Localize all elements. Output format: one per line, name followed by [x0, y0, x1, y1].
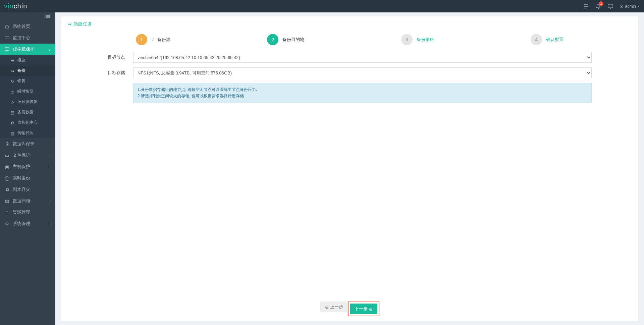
monitor-nav-icon: [5, 36, 9, 40]
target-node-select[interactable]: vinchin6542(192.168.65.42 10.10.65.42 20…: [133, 52, 592, 63]
sidebar-toggle-button[interactable]: [44, 14, 51, 20]
footer-buttons: ⊕ 上一步 下一步 ⊕: [67, 295, 632, 316]
copy-icon: ⧉: [5, 187, 9, 192]
chevron-down-icon: ⌄: [48, 48, 51, 51]
form-row-target-storage: 目标存储 NFS1(NFS, 总容量:3.94TB, 可用空间:575.06GB…: [108, 67, 592, 78]
nav-system[interactable]: ⚙ 系统管理 ‹: [0, 218, 55, 229]
display-icon: [5, 47, 9, 52]
sub-label: 备份: [17, 68, 25, 73]
sub-proxy[interactable]: ▥ 传输代理: [0, 128, 55, 138]
step-number: 2: [267, 34, 278, 45]
nav-db-protect[interactable]: 🗄 数据库保护 ‹: [0, 138, 55, 150]
sub-label: 虚拟化中心: [17, 120, 38, 125]
step-label: 备份目的地: [282, 37, 304, 43]
step-label: 确认配置: [546, 37, 564, 43]
chevron-down-icon: [637, 5, 640, 8]
database-icon: ▤: [11, 110, 15, 114]
sub-overview[interactable]: ☰ 概览: [0, 55, 55, 65]
chevron-left-icon: ‹: [50, 199, 51, 203]
info-line: 1.备份数据存储目的地节点, 选择空闲节点可以缓解主节点备份压力.: [138, 87, 587, 93]
next-label: 下一步: [355, 306, 368, 312]
chevron-left-icon: ‹: [50, 154, 51, 157]
main-content: ↪ 新建任务 1 ✓ 备份源 2 备份目的地 3 备份策略: [55, 12, 644, 325]
logo: vinchin: [4, 2, 27, 10]
wizard-steps: 1 ✓ 备份源 2 备份目的地 3 备份策略 4 确认配置: [67, 31, 632, 52]
target-node-label: 目标节点: [108, 54, 133, 60]
nav-label: 主机保护: [13, 164, 30, 170]
chart-icon: ⫯: [5, 210, 9, 215]
user-dropdown[interactable]: admin: [620, 4, 640, 9]
step-number: 3: [401, 34, 413, 45]
step-number: 1: [136, 34, 147, 45]
step-number: 4: [531, 34, 542, 45]
sub-label: 细粒度恢复: [17, 99, 38, 105]
sub-backup[interactable]: ↪ 备份: [0, 65, 55, 76]
nav-label: 虚拟机保护: [13, 46, 35, 52]
panel-title-text: 新建任务: [73, 21, 92, 27]
form-row-target-node: 目标节点 vinchin6542(192.168.65.42 10.10.65.…: [108, 52, 592, 63]
arrow-left-icon: ⊕: [325, 305, 329, 310]
nav-vm-protect[interactable]: 虚拟机保护 ⌄: [0, 44, 55, 55]
bell-icon[interactable]: 1: [595, 3, 601, 9]
nav-file-protect[interactable]: ▭ 文件保护 ‹: [0, 150, 55, 161]
nav-label: 监控中心: [13, 35, 30, 41]
nav-label: 系统管理: [13, 221, 30, 227]
sub-instant[interactable]: ◷ 瞬时恢复: [0, 86, 55, 97]
gear-icon: ✿: [11, 121, 15, 125]
sub-granular[interactable]: ◇ 细粒度恢复: [0, 97, 55, 107]
check-icon: ✓: [151, 37, 155, 42]
info-line: 2.请选择剩余空间较大的存储, 也可以根据需求选择特定存储.: [138, 93, 587, 99]
list-icon[interactable]: [583, 3, 589, 9]
topbar-right: 1 admin: [583, 3, 640, 9]
username: admin: [625, 4, 636, 9]
nav-resource[interactable]: ⫯ 资源管理 ‹: [0, 207, 55, 218]
step-label: 备份源: [157, 37, 170, 43]
archive-icon: ▤: [5, 199, 9, 203]
next-button[interactable]: 下一步 ⊕: [350, 304, 377, 314]
target-storage-select[interactable]: NFS1(NFS, 总容量:3.94TB, 可用空间:575.06GB): [133, 67, 592, 78]
prev-label: 上一步: [330, 304, 343, 310]
chevron-left-icon: ‹: [50, 36, 51, 40]
sub-label: 概览: [17, 57, 25, 63]
nav-label: 数据库保护: [13, 141, 35, 147]
step-3[interactable]: 3 备份策略: [401, 34, 434, 45]
chevron-left-icon: ‹: [50, 142, 51, 146]
nav-archive[interactable]: ▤ 数据归档 ‹: [0, 195, 55, 207]
chevron-left-icon: ‹: [50, 211, 51, 214]
clock-icon: ◷: [11, 90, 15, 94]
svg-rect-3: [608, 4, 613, 8]
shield-icon: ◯: [5, 176, 9, 180]
sidebar-toggle-area: [0, 12, 55, 21]
sub-restore[interactable]: ↻ 恢复: [0, 76, 55, 86]
nav-label: 实时备份: [13, 175, 30, 181]
arrow-right-icon: ⊕: [369, 307, 373, 312]
nav-replica[interactable]: ⧉ 副本容灾 ‹: [0, 184, 55, 195]
prev-button[interactable]: ⊕ 上一步: [320, 302, 348, 312]
step-label: 备份策略: [417, 37, 434, 43]
nav-home[interactable]: 系统首页: [0, 21, 55, 32]
step-4[interactable]: 4 确认配置: [531, 34, 564, 45]
chevron-left-icon: ‹: [50, 222, 51, 226]
step-1[interactable]: 1 ✓ 备份源: [136, 34, 170, 45]
sub-label: 瞬时恢复: [17, 89, 34, 94]
chevron-left-icon: ‹: [50, 188, 51, 192]
step-2[interactable]: 2 备份目的地: [267, 34, 304, 45]
monitor-icon[interactable]: [607, 3, 613, 9]
gear-icon: ⚙: [5, 221, 9, 226]
svg-rect-7: [5, 48, 9, 50]
sub-virt-center[interactable]: ✿ 虚拟化中心: [0, 117, 55, 128]
nav-monitor[interactable]: 监控中心 ‹: [0, 32, 55, 44]
sub-label: 备份数据: [17, 109, 34, 115]
nav-host-protect[interactable]: ▣ 主机保护 ‹: [0, 161, 55, 172]
highlight-next: 下一步 ⊕: [348, 302, 379, 316]
panel: ↪ 新建任务 1 ✓ 备份源 2 备份目的地 3 备份策略: [61, 16, 638, 321]
notif-badge: 1: [599, 1, 603, 6]
nav-label: 系统首页: [13, 23, 30, 30]
list-icon: ☰: [11, 58, 15, 62]
sub-data[interactable]: ▤ 备份数据: [0, 107, 55, 117]
nav-realtime[interactable]: ◯ 实时备份 ‹: [0, 172, 55, 184]
logo-prefix: vin: [4, 2, 14, 10]
share-icon: ↪: [67, 21, 71, 27]
sidebar: 系统首页 监控中心 ‹ 虚拟机保护 ⌄ ☰ 概览 ↪ 备份 ↻ 恢复 ◷ 瞬时恢…: [0, 12, 55, 325]
panel-title: ↪ 新建任务: [67, 21, 632, 27]
